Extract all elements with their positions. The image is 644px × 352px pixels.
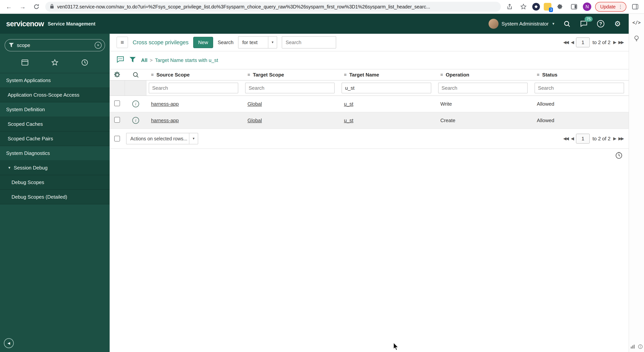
url-bar[interactable]: ven03172.service-now.com/nav_to.do?uri=%… [45, 2, 501, 12]
user-menu[interactable]: System Administrator ▼ [488, 19, 555, 29]
target-name-link[interactable]: u_st [344, 118, 353, 123]
sidebar-item-session-debug[interactable]: ▼Session Debug [0, 161, 110, 175]
browser-chrome: ← → ven03172.service-now.com/nav_to.do?u… [0, 0, 644, 14]
filter-target-name-input[interactable] [342, 83, 431, 93]
sidebar-item-system-definition[interactable]: System Definition [0, 102, 110, 117]
column-header-operation[interactable]: ≡Operation [436, 72, 532, 78]
row-checkbox[interactable] [114, 117, 120, 123]
actions-select[interactable]: Actions on selected rows... ▼ [126, 133, 198, 144]
split-view-icon[interactable] [569, 2, 579, 12]
list-controls-menu-icon[interactable]: ≡ [116, 36, 128, 48]
prev-page-icon[interactable]: ◀ [571, 136, 573, 141]
page-number-input[interactable] [576, 134, 590, 144]
column-header-target-scope[interactable]: ≡Target Scope [243, 72, 339, 78]
filter-target-scope-input[interactable] [245, 83, 335, 93]
next-page-icon[interactable]: ▶ [613, 40, 616, 45]
personalize-list-gear-icon[interactable] [110, 72, 125, 78]
xml-code-icon[interactable]: </> [632, 20, 640, 25]
notification-count-badge: 75 [584, 16, 593, 22]
sidebar-item-system-applications[interactable]: System Applications [0, 73, 110, 88]
sidebar-item-debug-scopes[interactable]: Debug Scopes [0, 175, 110, 190]
list-title[interactable]: Cross scope privileges [133, 39, 188, 46]
target-name-link[interactable]: u_st [344, 101, 353, 107]
first-page-icon[interactable]: ◀◀ [563, 40, 568, 45]
list-view: ≡ Cross scope privileges New Search for … [110, 34, 629, 352]
row-checkbox[interactable] [114, 100, 120, 106]
servicenow-logo: servicenow [6, 20, 44, 28]
global-search-icon[interactable] [562, 19, 572, 29]
filter-status-input[interactable] [534, 83, 624, 93]
breadcrumb-separator: > [150, 57, 152, 63]
target-scope-link[interactable]: Global [248, 118, 262, 123]
response-time-clock-icon[interactable] [615, 152, 622, 161]
info-icon[interactable] [638, 343, 643, 350]
sidebar-item-scoped-cache-pairs[interactable]: Scoped Cache Pairs [0, 132, 110, 146]
search-type-select[interactable]: for text ▼ [238, 36, 277, 48]
collapse-navigator-button[interactable]: ◀ [4, 338, 14, 348]
page-number-input[interactable] [576, 38, 590, 47]
breadcrumb-all[interactable]: All [141, 57, 148, 63]
forward-icon[interactable]: → [18, 2, 28, 12]
record-info-icon[interactable]: i [132, 117, 139, 124]
all-applications-icon[interactable] [22, 60, 28, 67]
row-range-info: to 2 of 2 [592, 40, 610, 46]
list-search-input[interactable] [282, 36, 336, 48]
extension-yellow-icon[interactable]: 3 [544, 3, 552, 10]
user-avatar[interactable] [488, 19, 498, 29]
column-menu-icon: ≡ [440, 72, 443, 78]
history-clock-icon[interactable] [81, 59, 88, 68]
filter-source-scope-input[interactable] [149, 83, 238, 93]
last-page-icon[interactable]: ▶▶ [618, 40, 623, 45]
first-page-icon[interactable]: ◀◀ [563, 136, 568, 141]
select-all-checkbox[interactable] [114, 136, 120, 142]
record-info-icon[interactable]: i [132, 100, 139, 107]
share-icon[interactable] [505, 2, 514, 12]
favorites-star-icon[interactable] [51, 59, 58, 68]
table-row: i harness-app Global u_st Create Allowed [110, 112, 629, 129]
target-scope-link[interactable]: Global [248, 101, 262, 107]
prev-page-icon[interactable]: ◀ [571, 40, 573, 45]
navigator-filter-input[interactable] [17, 42, 92, 48]
help-icon[interactable]: ? [596, 19, 606, 29]
sidebar-item-system-diagnostics[interactable]: System Diagnostics [0, 146, 110, 161]
new-button[interactable]: New [193, 37, 213, 48]
sidebar-item-debug-scopes-detailed[interactable]: Debug Scopes (Detailed) [0, 190, 110, 204]
sidebar-item-scoped-caches[interactable]: Scoped Caches [0, 117, 110, 132]
conversations-icon[interactable]: 75 [579, 19, 589, 29]
filter-icon[interactable] [130, 57, 136, 64]
column-header-row: ≡Source Scope ≡Target Scope ≡Target Name… [110, 69, 629, 80]
column-header-source-scope[interactable]: ≡Source Scope [146, 72, 243, 78]
lightbulb-icon[interactable] [634, 35, 640, 44]
navigator-filter[interactable]: × [4, 39, 105, 52]
settings-gear-icon[interactable]: ⚙ [612, 19, 622, 29]
last-page-icon[interactable]: ▶▶ [618, 136, 623, 141]
back-icon[interactable]: ← [4, 2, 14, 12]
kebab-menu-icon[interactable]: ⋮ [618, 4, 623, 10]
source-scope-link[interactable]: harness-app [151, 118, 179, 123]
extension-dark-icon[interactable] [532, 3, 540, 10]
source-scope-link[interactable]: harness-app [151, 101, 179, 107]
column-header-status[interactable]: ≡Status [532, 72, 629, 78]
right-utility-strip: </> [629, 14, 644, 352]
chrome-update-button[interactable]: Update ⋮ [595, 2, 626, 12]
filter-operation-input[interactable] [438, 83, 528, 93]
stats-icon[interactable] [630, 343, 635, 350]
top-pagination: ◀◀ ◀ to 2 of 2 ▶ ▶▶ [563, 38, 624, 47]
breadcrumb-query[interactable]: Target Name starts with u_st [155, 57, 218, 63]
clear-filter-icon[interactable]: × [95, 42, 102, 49]
list-footer: Actions on selected rows... ▼ ◀◀ ◀ to 2 … [110, 129, 629, 149]
side-panel-icon[interactable] [630, 2, 640, 12]
reload-icon[interactable] [32, 2, 42, 12]
list-activity-icon[interactable] [116, 56, 124, 64]
puzzle-extensions-icon[interactable] [555, 2, 565, 12]
user-name: System Administrator [502, 21, 549, 27]
table-row: i harness-app Global u_st Write Allowed [110, 96, 629, 112]
product-name: Service Management [48, 21, 96, 27]
column-search-toggle-icon[interactable] [125, 72, 146, 78]
column-header-target-name[interactable]: ≡Target Name [339, 72, 436, 78]
bookmark-star-icon[interactable] [518, 2, 528, 12]
status-value: Allowed [532, 101, 629, 107]
sidebar-item-application-cross-scope-access[interactable]: Application Cross-Scope Access [0, 88, 110, 102]
browser-profile-avatar[interactable]: N [583, 2, 591, 11]
next-page-icon[interactable]: ▶ [613, 136, 616, 141]
